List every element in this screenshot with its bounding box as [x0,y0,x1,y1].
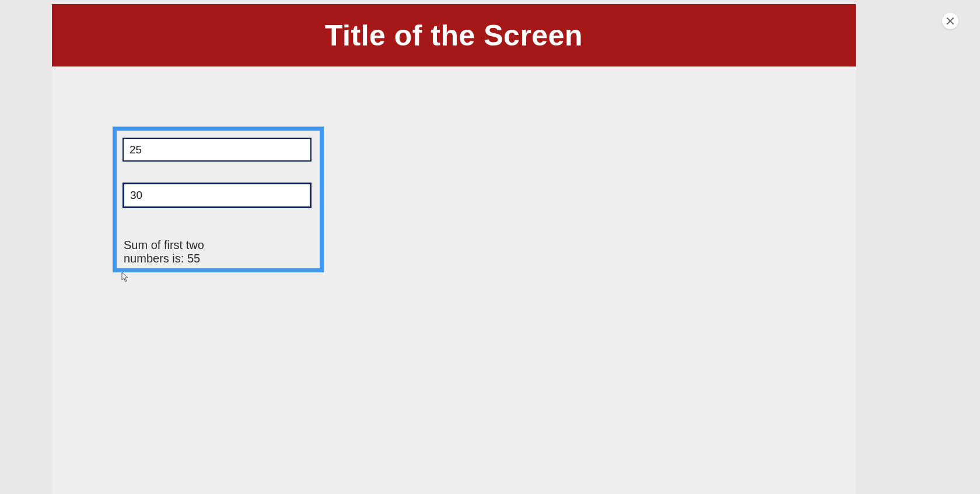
sum-widget-card[interactable]: Sum of first two numbers is: 55 [113,127,324,272]
page-header: Title of the Screen [52,4,856,66]
page-title: Title of the Screen [325,19,583,52]
close-button[interactable] [942,13,958,29]
close-icon [946,17,954,25]
number-input-2[interactable] [123,183,312,208]
spacer [123,162,314,183]
page-container: Title of the Screen Sum of first two num… [52,4,856,494]
number-input-1[interactable] [123,138,312,162]
sum-result-label: Sum of first two numbers is: 55 [123,239,239,265]
